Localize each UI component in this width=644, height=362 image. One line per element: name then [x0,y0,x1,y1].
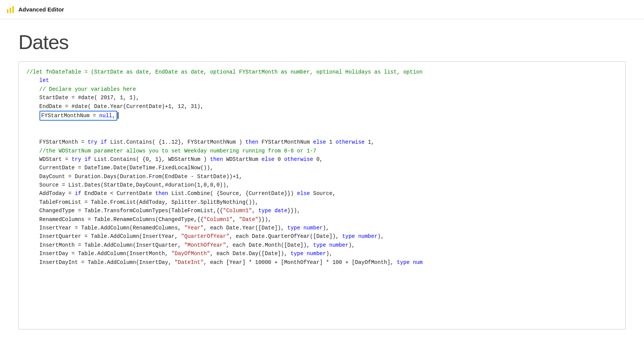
code-token: 1, [365,139,374,145]
code-line: FYStartMonthNum = null, [26,111,618,121]
code-token: List.Combine( {Source, {CurrentDate}}) [168,190,297,197]
code-token: FYStartMonth = [39,139,88,145]
code-token [304,251,307,257]
code-token: , [112,113,115,119]
comment-text: // Declare your variables here [26,86,136,92]
highlighted-code-line: FYStartMonthNum = null, [39,111,117,121]
code-token: InsertDayInt = Table.AddColumn(InsertDay… [39,259,175,265]
code-token [271,208,274,214]
header: Advanced Editor [0,0,644,19]
code-token: List.Contains( {0, 1}, WDStartNum ) [91,156,210,162]
code-token: then [245,139,258,145]
code-line: //the WDStartNum parameter allows you to… [26,147,618,155]
code-blank-line [26,121,618,129]
code-token: RenamedColumns = Table.RenameColumns(Cha… [39,216,204,223]
code-token: AddToday = [39,190,75,197]
code-token: , each [Year] * 10000 + [MonthOfYear] * … [204,259,397,265]
code-token: FYStartMonthNum [258,139,313,145]
code-line: AddToday = if EndDate < CurrentDate then… [26,189,618,198]
code-token: if [75,190,81,197]
code-line: StartDate = #date( 2017, 1, 1), [26,93,618,102]
code-token: , each Date.QuarterOfYear([Date]), [229,233,342,239]
code-token: "MonthOfYear" [184,242,226,248]
code-line: FYStartMonth = try if List.Contains( {1.… [26,138,618,146]
code-token: number [329,242,348,248]
code-token: TableFromList = Table.FromList(AddToday,… [39,199,258,205]
code-token: "Date" [239,216,258,223]
code-token: 1 [326,139,335,145]
power-bi-icon [6,5,15,14]
code-line: Source = List.Dates(StartDate,DayCount,#… [26,181,618,189]
code-token: number [307,251,326,257]
code-token: try [88,139,97,145]
code-token [81,156,84,162]
code-token: CurrentDate = DateTime.Date(DateTime.Fix… [39,165,214,171]
page-title-area: Dates [0,19,644,61]
code-token: date [274,208,288,214]
code-token: type [342,233,355,239]
code-line: WDStart = try if List.Contains( {0, 1}, … [26,155,618,164]
code-token: "Column1" [204,216,233,223]
code-token: else [261,156,274,162]
code-token: Source = List.Dates(StartDate,DayCount,#… [39,182,230,188]
code-token: type [258,208,271,214]
svg-rect-2 [12,6,14,13]
code-token: "DayOfMonth" [171,251,210,257]
code-token: FYStartMonthNum = [41,113,99,119]
code-editor[interactable]: //let fnDateTable = (StartDate as date, … [18,61,626,329]
code-token: EndDate < CurrentDate [81,190,155,197]
code-token: InsertQuarter = Table.AddColumn(InsertYe… [39,233,181,239]
code-token: , [233,216,239,223]
code-blank-line [26,129,618,138]
code-token: type [291,251,304,257]
code-token: if [84,156,91,162]
code-token: try [72,156,81,162]
code-token: WDStart = [39,156,72,162]
code-token: StartDate = #date( 2017, 1, 1), [39,95,139,101]
code-token: InsertMonth = Table.AddColumn(InsertQuar… [39,242,184,248]
code-token: "Column1" [223,208,252,214]
code-token: type [288,225,301,231]
code-token: else [297,190,310,197]
text-cursor [118,112,118,119]
code-token: then [210,156,223,162]
code-token: type num [397,259,422,265]
code-line: InsertDayInt = Table.AddColumn(InsertDay… [26,258,618,267]
code-token: DayCount = Duration.Days(Duration.From(E… [39,174,242,180]
code-token [97,139,100,145]
code-line: InsertQuarter = Table.AddColumn(InsertYe… [26,232,618,241]
svg-rect-1 [10,8,11,13]
comment-text: //the WDStartNum parameter allows you to… [26,148,316,154]
code-token: Source, [310,190,335,197]
code-line: RenamedColumns = Table.RenameColumns(Cha… [26,215,618,224]
code-token: 0 [274,156,284,162]
code-line: InsertMonth = Table.AddColumn(InsertQuar… [26,241,618,249]
code-token: ), [326,251,332,257]
code-line: DayCount = Duration.Days(Duration.From(E… [26,172,618,181]
code-token: WDStartNum [223,156,262,162]
code-line: let [26,76,618,85]
code-token: , each Date.Year([Date]), [204,225,287,231]
code-token: null [99,113,112,119]
page-title: Dates [18,31,626,54]
code-line: InsertYear = Table.AddColumn(RenamedColu… [26,224,618,232]
code-token: EndDate = #date( Date.Year(CurrentDate)+… [39,103,204,110]
code-line: // Declare your variables here [26,85,618,93]
code-line: EndDate = #date( Date.Year(CurrentDate)+… [26,102,618,111]
code-token: 0, [313,156,323,162]
code-token [326,242,329,248]
code-token: else [313,139,326,145]
code-line: CurrentDate = DateTime.Date(DateTime.Fix… [26,164,618,172]
code-token: , [252,208,258,214]
code-token: type [313,242,326,248]
code-token: ChangedType = Table.TransformColumnTypes… [39,208,223,214]
code-line: //let fnDateTable = (StartDate as date, … [26,68,618,76]
code-token: , each Date.Month([Date]), [226,242,313,248]
code-token: "QuarterOfYear" [181,233,229,239]
code-token: otherwise [284,156,313,162]
code-token: }}), [258,216,271,223]
code-line: ChangedType = Table.TransformColumnTypes… [26,206,618,215]
code-token: number [358,233,377,239]
code-line: TableFromList = Table.FromList(AddToday,… [26,198,618,206]
code-line: InsertDay = Table.AddColumn(InsertMonth,… [26,249,618,258]
